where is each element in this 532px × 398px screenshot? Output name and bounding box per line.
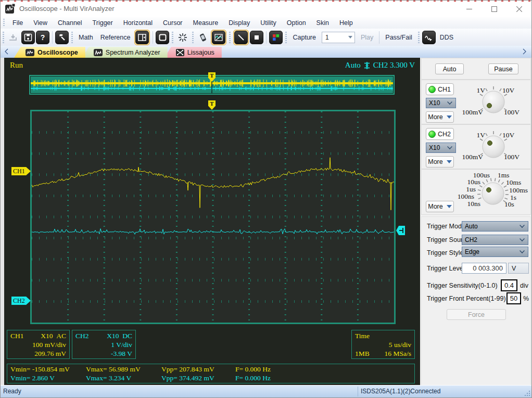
minimize-icon: [466, 6, 472, 12]
pass-fail-button[interactable]: Pass/Fail: [382, 34, 415, 41]
maximize-icon: [491, 6, 497, 12]
toolbar-separator: [266, 31, 267, 44]
trigger-source-value: CH2: [462, 236, 520, 243]
ch1-freq: F= 0.000 Hz: [235, 365, 411, 374]
open-button[interactable]: [7, 31, 20, 44]
trigger-level-glyph: [396, 226, 405, 235]
ch2-vmin: Vmin= 2.860 V: [10, 374, 86, 382]
play-button[interactable]: Play: [357, 34, 377, 41]
trigger-position-flag-main[interactable]: T: [208, 100, 216, 110]
ch2-knob-label-100mv: 100mV: [462, 153, 484, 161]
toolbar-grip: [192, 32, 194, 43]
minimize-button[interactable]: [457, 1, 482, 17]
line-draw-button[interactable]: [233, 30, 249, 45]
toolbar-grip: [71, 32, 73, 43]
tabs-scroll-right-icon[interactable]: [521, 48, 527, 55]
ch2-enable-button[interactable]: CH2: [426, 128, 454, 140]
ch1-vmax: Vmax= 56.989 mV: [86, 365, 161, 374]
toolbar-grip: [418, 32, 420, 43]
center-burst-icon: [178, 33, 187, 42]
chevron-down-icon: [520, 236, 525, 241]
ch1-position-value: 209.76 mV: [34, 349, 66, 358]
ch2-knob-label-1v: 1V: [477, 131, 486, 139]
trigger-level-unit-select[interactable]: V: [508, 263, 529, 274]
tabs: Oscilloscope Spectrum Analyzer Lissajous: [14, 47, 222, 58]
menu-utility[interactable]: Utility: [255, 18, 282, 28]
menu-file[interactable]: File: [7, 18, 28, 28]
menu-channel[interactable]: Channel: [53, 18, 87, 28]
menu-view[interactable]: View: [28, 18, 53, 28]
ch1-probe-select[interactable]: X10: [426, 98, 456, 108]
ch2-volts-knob[interactable]: 1V 10V 100mV 100V: [457, 127, 530, 168]
menu-display[interactable]: Display: [223, 18, 255, 28]
capture-select[interactable]: 1: [322, 32, 355, 43]
toolbar: ? Math Reference: [1, 29, 531, 46]
menu-cursor[interactable]: Cursor: [158, 18, 188, 28]
ch1-position-marker[interactable]: CH1: [11, 167, 31, 175]
waveform-screen-button[interactable]: [211, 30, 226, 45]
chevron-down-icon: [348, 36, 352, 38]
trigger-source-select[interactable]: CH2: [462, 235, 528, 245]
ch1-info-probe-coupling: X10 AC: [41, 331, 66, 340]
menu-trigger[interactable]: Trigger: [87, 18, 118, 28]
dds-label[interactable]: DDS: [436, 34, 457, 41]
force-button[interactable]: Force: [447, 309, 506, 320]
toolbar-separator: [52, 31, 53, 44]
save-button[interactable]: [21, 31, 35, 44]
menu-option[interactable]: Option: [282, 18, 311, 28]
ch2-info-box: CH2 X10 DC 1 V/div -3.98 V: [72, 330, 136, 359]
ch2-probe-select[interactable]: X10: [426, 143, 456, 153]
auto-button[interactable]: Auto: [435, 63, 464, 74]
trigger-level-input[interactable]: 0 003.300: [462, 263, 506, 274]
reference-button[interactable]: Reference: [97, 34, 134, 41]
colors-button[interactable]: [269, 31, 283, 44]
pause-button[interactable]: Pause: [488, 63, 518, 74]
chevron-down-icon: [447, 160, 452, 163]
waveform-canvas: [32, 111, 394, 323]
full-display-button[interactable]: [156, 31, 169, 44]
trigger-style-select[interactable]: Edge: [462, 247, 528, 257]
chevron-down-icon: [520, 248, 525, 253]
side-panel-icon: [138, 34, 146, 41]
trigger-mode-select[interactable]: Auto: [462, 221, 528, 232]
timebase-knob[interactable]: 100us 1ms 10us 10ms 1us 100ms 100ns 1s 1…: [422, 170, 530, 214]
tab-lissajous[interactable]: Lissajous: [164, 47, 222, 58]
ch1-enable-button[interactable]: CH1: [426, 83, 454, 95]
ch2-more-button[interactable]: More: [426, 156, 454, 168]
trigger-level-marker[interactable]: [396, 226, 405, 235]
time-label-1us: 1us: [466, 185, 476, 193]
ch2-position-marker[interactable]: CH2: [11, 297, 31, 305]
tab-oscilloscope[interactable]: Oscilloscope: [14, 47, 85, 58]
device-button[interactable]: [196, 31, 210, 44]
dds-button[interactable]: [422, 31, 436, 44]
trigger-front-input[interactable]: 50: [506, 292, 521, 304]
window-title: Oscilloscope - Multi VirAnalyzer: [19, 5, 115, 12]
tool-button[interactable]: [55, 31, 69, 44]
menu-measure[interactable]: Measure: [188, 18, 224, 28]
close-button[interactable]: [506, 1, 531, 17]
menu-help[interactable]: Help: [334, 18, 358, 28]
math-button[interactable]: Math: [75, 34, 97, 41]
resize-grip-icon[interactable]: [524, 390, 530, 396]
ch1-volts-knob[interactable]: 1V 10V 100mV 100V: [457, 82, 530, 123]
hammer-icon: [58, 33, 66, 42]
ch1-more-button[interactable]: More: [426, 111, 454, 123]
maximize-button[interactable]: [482, 1, 506, 17]
stop-button[interactable]: [250, 31, 263, 44]
panel-toggle-button[interactable]: [134, 30, 150, 45]
tab-spectrum-analyzer[interactable]: Spectrum Analyzer: [82, 47, 168, 58]
trigger-control-group: Trigger Mode Auto Trigger Source CH2 Tri…: [421, 216, 531, 387]
ch1-knob-label-1v: 1V: [477, 86, 486, 94]
center-waveform-button[interactable]: [176, 31, 189, 44]
ch2-probe: X10: [107, 332, 119, 340]
tabs-scroll-left-icon[interactable]: [4, 48, 10, 55]
trigger-front-label: Trigger Front Percent(1-99): [427, 295, 506, 302]
menu-skin[interactable]: Skin: [311, 18, 334, 28]
help-button[interactable]: ?: [36, 31, 49, 44]
trigger-sensitivity-input[interactable]: 0.4: [501, 279, 517, 291]
run-control-group: Auto Pause: [421, 58, 531, 80]
ch2-enable-label: CH2: [438, 131, 451, 138]
menu-horizontal[interactable]: Horizontal: [118, 18, 158, 28]
time-label-10ms: 10ms: [506, 178, 521, 186]
ch1-probe: X10: [41, 332, 53, 340]
